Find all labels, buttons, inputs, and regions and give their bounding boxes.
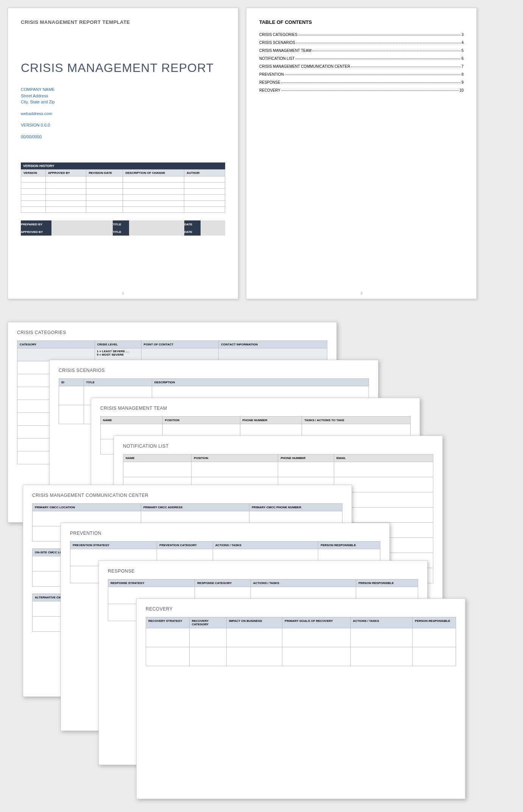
toc-page: 8 — [461, 72, 464, 77]
col-point-of-contact: POINT OF CONTACT — [141, 341, 219, 348]
table-row — [21, 183, 225, 189]
toc-page: 6 — [461, 56, 464, 61]
template-label: CRISIS MANAGEMENT REPORT TEMPLATE — [21, 19, 225, 25]
toc-item: RESPONSE9 — [259, 80, 464, 84]
section-title: CRISIS MANAGEMENT COMMUNICATION CENTER — [32, 493, 342, 498]
toc-page: 9 — [461, 80, 464, 84]
col-person-responsible: PERSON RESPONSIBLE — [412, 617, 456, 628]
col-cmcc-address: PRIMARY CMCC ADDRESS — [141, 504, 249, 511]
prepared-by-field[interactable] — [51, 220, 113, 228]
vh-col-approvedby: APPROVED BY — [45, 170, 86, 176]
section-title: CRISIS MANAGEMENT TEAM — [100, 406, 411, 411]
col-actions-tasks: ACTIONS / TASKS — [350, 617, 412, 628]
sub-header-cell — [219, 348, 327, 361]
approved-by-field[interactable] — [51, 228, 113, 236]
toc-page: 10 — [459, 88, 464, 92]
toc-dots — [312, 51, 461, 51]
crisis-level-note: 1 = LEAST SEVERE … 5 = MOST SEVERE — [95, 348, 141, 361]
col-phone: PHONE NUMBER — [240, 417, 302, 424]
title-field-2[interactable] — [129, 228, 184, 236]
col-actions-tasks: ACTIONS / TASKS — [251, 579, 356, 587]
col-name: NAME — [101, 417, 163, 424]
section-title: RESPONSE — [108, 568, 418, 574]
toc-item: NOTIFICATION LIST6 — [259, 56, 464, 61]
col-cmcc-phone: PRIMARY CMCC PHONE NUMBER — [249, 504, 342, 511]
col-position: POSITION — [191, 454, 278, 462]
toc-page: 5 — [461, 48, 464, 53]
table-row — [21, 207, 225, 213]
signature-table: PREPARED BY TITLE DATE APPROVED BY TITLE… — [21, 220, 225, 236]
col-actions-tasks: ACTIONS / TASKS — [213, 542, 318, 549]
stacked-pages: CRISIS CATEGORIES CATEGORY CRISIS LEVEL … — [8, 322, 515, 807]
city-state-zip: City, State and Zip — [21, 99, 225, 105]
page-number-2: 2 — [360, 291, 362, 295]
date-field-1[interactable] — [201, 220, 225, 228]
toc-label: RECOVERY — [259, 88, 280, 92]
approved-by-label: APPROVED BY — [21, 228, 51, 236]
table-row — [21, 176, 225, 183]
version-history-section: VERSION HISTORY VERSION APPROVED BY REVI… — [21, 162, 225, 236]
section-title: RECOVERY — [146, 606, 456, 612]
col-prevention-category: PREVENTION CATEGORY — [157, 542, 213, 549]
level-note-2: 5 = MOST SEVERE — [97, 353, 124, 356]
company-block: COMPANY NAME Street Address City, State … — [21, 86, 225, 105]
date-field-2[interactable] — [201, 228, 225, 236]
toc-label: CRISIS CATEGORIES — [259, 33, 297, 37]
vh-col-description: DESCRIPTION OF CHANGE — [123, 170, 184, 176]
toc-label: RESPONSE — [259, 80, 280, 84]
page-number-1: 1 — [122, 291, 124, 295]
date-label-1: DATE — [184, 220, 201, 228]
toc-item: CRISIS MANAGEMENT COMMUNICATION CENTER7 — [259, 64, 464, 69]
toc-dots — [281, 91, 459, 91]
top-pages-row: CRISIS MANAGEMENT REPORT TEMPLATE CRISIS… — [8, 8, 515, 299]
col-response-category: RESPONSE CATEGORY — [195, 579, 251, 587]
col-category: CATEGORY — [17, 341, 95, 348]
date-label: 00/00/0000 — [21, 134, 225, 140]
section-title: PREVENTION — [70, 531, 380, 536]
company-name: COMPANY NAME — [21, 86, 225, 93]
col-person-responsible: PERSON RESPONSIBLE — [318, 542, 380, 549]
col-tasks: TASKS / ACTIONS TO TAKE — [302, 417, 411, 424]
toc-label: CRISIS SCENARIOS — [259, 41, 295, 45]
section-title: CRISIS SCENARIOS — [59, 368, 369, 373]
col-email: EMAIL — [334, 454, 433, 462]
col-name: NAME — [123, 454, 191, 462]
toc-label: PREVENTION — [259, 72, 284, 77]
toc-dots — [298, 35, 461, 35]
vh-col-revisiondate: REVISION DATE — [86, 170, 123, 176]
level-note-1: 1 = LEAST SEVERE … — [97, 350, 129, 353]
toc-dots — [281, 83, 461, 83]
col-phone: PHONE NUMBER — [278, 454, 334, 462]
toc-item: CRISIS MANAGEMENT TEAM5 — [259, 48, 464, 53]
date-label-2: DATE — [184, 228, 201, 236]
col-recovery-category: RECOVERY CATEGORY — [189, 617, 226, 628]
vh-col-author: AUTHOR — [184, 170, 225, 176]
col-recovery-strategy: RECOVERY STRATEGY — [146, 617, 190, 628]
title-label-1: TITLE — [113, 220, 129, 228]
col-position: POSITION — [162, 417, 240, 424]
col-prevention-strategy: PREVENTION STRATEGY — [70, 542, 157, 549]
col-id: ID — [59, 379, 84, 386]
version-history-table: VERSION APPROVED BY REVISION DATE DESCRI… — [21, 169, 225, 213]
toc-dots — [285, 75, 461, 75]
prepared-by-label: PREPARED BY — [21, 220, 51, 228]
toc-label: CRISIS MANAGEMENT COMMUNICATION CENTER — [259, 64, 350, 69]
page-2-toc: TABLE OF CONTENTS CRISIS CATEGORIES3 CRI… — [246, 8, 477, 299]
col-contact-info: CONTACT INFORMATION — [219, 341, 327, 348]
vh-col-version: VERSION — [21, 170, 46, 176]
table-row — [146, 647, 456, 666]
toc-item: CRISIS CATEGORIES3 — [259, 33, 464, 37]
toc-heading: TABLE OF CONTENTS — [259, 19, 464, 25]
sub-header-cell — [141, 348, 219, 361]
version-label: VERSION 0.0.0 — [21, 122, 225, 128]
col-primary-goals: PRIMARY GOALS OF RECOVERY — [282, 617, 350, 628]
title-field-1[interactable] — [129, 220, 184, 228]
toc-list: CRISIS CATEGORIES3 CRISIS SCENARIOS4 CRI… — [259, 33, 464, 92]
toc-dots — [296, 59, 461, 59]
toc-item: PREVENTION8 — [259, 72, 464, 77]
col-description: DESCRIPTION — [152, 379, 369, 386]
web-address: webaddress.com — [21, 111, 225, 117]
col-cmcc-location: PRIMARY CMCC LOCATION — [33, 504, 141, 511]
table-row — [146, 628, 456, 647]
version-history-header: VERSION HISTORY — [21, 162, 225, 169]
